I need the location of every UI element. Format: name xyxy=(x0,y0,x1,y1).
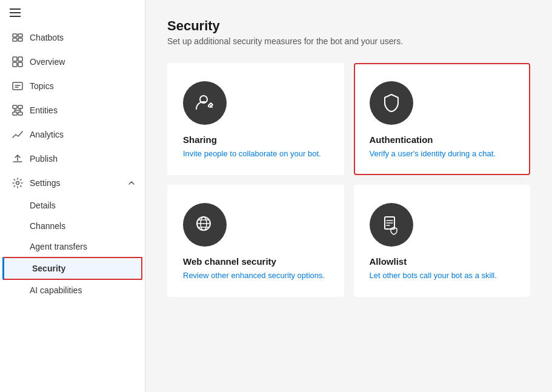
svg-point-19 xyxy=(16,182,19,185)
list-shield-icon xyxy=(381,214,402,236)
sidebar-item-analytics-label: Analytics xyxy=(30,130,64,139)
entities-icon xyxy=(12,104,24,116)
sidebar-item-publish[interactable]: Publish xyxy=(0,147,145,171)
sidebar-item-chatbots-label: Chatbots xyxy=(30,33,64,42)
sidebar-sub-item-channels[interactable]: Channels xyxy=(0,216,145,236)
sidebar-sub-item-channels-label: Channels xyxy=(30,221,65,231)
svg-rect-14 xyxy=(13,112,17,115)
svg-rect-15 xyxy=(18,112,22,115)
sidebar-item-overview[interactable]: Overview xyxy=(0,50,145,74)
svg-rect-8 xyxy=(18,57,22,61)
page-title: Security xyxy=(167,18,530,34)
main-content: Security Set up additional security meas… xyxy=(145,0,552,392)
shield-icon xyxy=(381,92,402,114)
sidebar-item-entities[interactable]: Entities xyxy=(0,98,145,122)
svg-rect-12 xyxy=(13,105,17,108)
authentication-desc: Verify a user's identity during a chat. xyxy=(370,148,515,159)
sidebar-item-chatbots[interactable]: Chatbots xyxy=(0,25,145,50)
sharing-icon-circle xyxy=(183,81,227,125)
globe-shield-icon xyxy=(194,214,216,236)
svg-rect-9 xyxy=(13,62,17,67)
svg-rect-7 xyxy=(13,57,17,61)
sidebar-sub-item-details[interactable]: Details xyxy=(0,195,145,216)
authentication-icon-circle xyxy=(370,81,413,125)
page-subtitle: Set up additional security measures for … xyxy=(167,36,530,46)
sharing-title: Sharing xyxy=(183,135,328,145)
svg-rect-5 xyxy=(13,38,17,41)
card-sharing[interactable]: Sharing Invite people to collaborate on … xyxy=(167,63,344,175)
svg-rect-11 xyxy=(13,82,22,90)
sidebar-sub-item-agent-transfers-label: Agent transfers xyxy=(30,242,87,251)
cards-grid: Sharing Invite people to collaborate on … xyxy=(167,63,530,297)
sidebar-item-settings-label: Settings xyxy=(30,178,61,188)
sidebar-sub-item-security-label: Security xyxy=(32,264,65,273)
card-web-channel-security[interactable]: Web channel security Review other enhanc… xyxy=(167,185,344,297)
sidebar-item-overview-label: Overview xyxy=(30,57,65,67)
web-channel-security-desc: Review other enhanced security options. xyxy=(183,270,328,281)
svg-rect-13 xyxy=(18,105,22,108)
svg-rect-6 xyxy=(18,38,22,41)
svg-rect-10 xyxy=(18,62,22,67)
card-authentication[interactable]: Authentication Verify a user's identity … xyxy=(354,63,531,175)
sidebar-item-settings[interactable]: Settings xyxy=(0,171,145,195)
svg-rect-1 xyxy=(10,12,21,13)
sidebar-item-analytics[interactable]: Analytics xyxy=(0,122,145,147)
sidebar-nav: Chatbots Overview Topics xyxy=(0,25,145,392)
web-channel-security-icon-circle xyxy=(183,203,227,247)
sidebar-item-topics-label: Topics xyxy=(30,81,54,91)
sidebar-sub-item-security[interactable]: Security xyxy=(2,257,142,280)
svg-rect-3 xyxy=(13,34,17,37)
sidebar-sub-item-ai-capabilities-label: AI capabilities xyxy=(30,285,82,295)
svg-rect-0 xyxy=(10,8,21,10)
sidebar: Chatbots Overview Topics xyxy=(0,0,145,392)
sidebar-sub-item-ai-capabilities[interactable]: AI capabilities xyxy=(0,280,145,301)
hamburger-menu[interactable] xyxy=(0,0,145,25)
sidebar-sub-item-agent-transfers[interactable]: Agent transfers xyxy=(0,236,145,257)
authentication-title: Authentication xyxy=(370,135,515,145)
sidebar-sub-item-details-label: Details xyxy=(30,201,56,210)
overview-icon xyxy=(12,56,24,68)
allowlist-desc: Let other bots call your bot as a skill. xyxy=(370,270,515,281)
sidebar-item-publish-label: Publish xyxy=(30,154,58,164)
card-allowlist[interactable]: Allowlist Let other bots call your bot a… xyxy=(354,185,531,297)
allowlist-icon-circle xyxy=(370,203,413,247)
person-edit-icon xyxy=(194,92,216,114)
sidebar-item-entities-label: Entities xyxy=(30,105,58,115)
publish-icon xyxy=(12,153,24,165)
chatbots-icon xyxy=(12,32,24,44)
web-channel-security-title: Web channel security xyxy=(183,256,328,267)
topics-icon xyxy=(12,80,24,92)
svg-rect-4 xyxy=(18,34,22,37)
hamburger-icon xyxy=(10,8,21,17)
analytics-icon xyxy=(12,128,24,141)
sharing-desc: Invite people to collaborate on your bot… xyxy=(183,148,328,159)
settings-icon xyxy=(12,177,24,189)
allowlist-title: Allowlist xyxy=(370,256,515,267)
svg-rect-2 xyxy=(10,16,21,17)
sidebar-item-topics[interactable]: Topics xyxy=(0,74,145,98)
settings-chevron-icon xyxy=(128,179,135,187)
